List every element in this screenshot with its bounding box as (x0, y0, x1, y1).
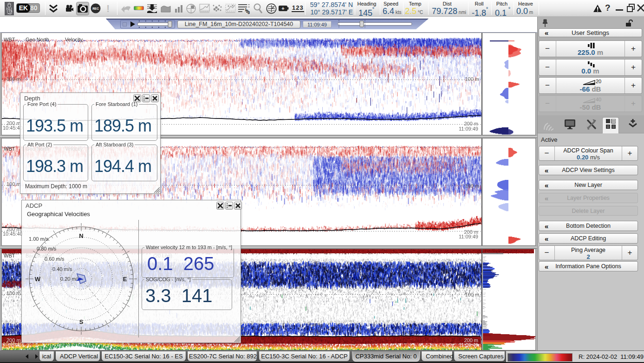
svg-text:0.60 m/s: 0.60 m/s (45, 256, 65, 262)
svg-text:W: W (35, 276, 41, 283)
svg-text:1.00 m/s: 1.00 m/s (29, 236, 49, 242)
svg-text:0.80 m/s: 0.80 m/s (37, 246, 57, 251)
svg-text:+: + (281, 6, 284, 11)
svg-text:3: 3 (247, 10, 250, 14)
svg-text:REC: REC (92, 7, 99, 10)
svg-text:0.40 m/s: 0.40 m/s (52, 266, 72, 272)
svg-text:S: S (79, 318, 84, 325)
svg-text:N: N (79, 232, 83, 239)
svg-text:E: E (123, 276, 127, 283)
